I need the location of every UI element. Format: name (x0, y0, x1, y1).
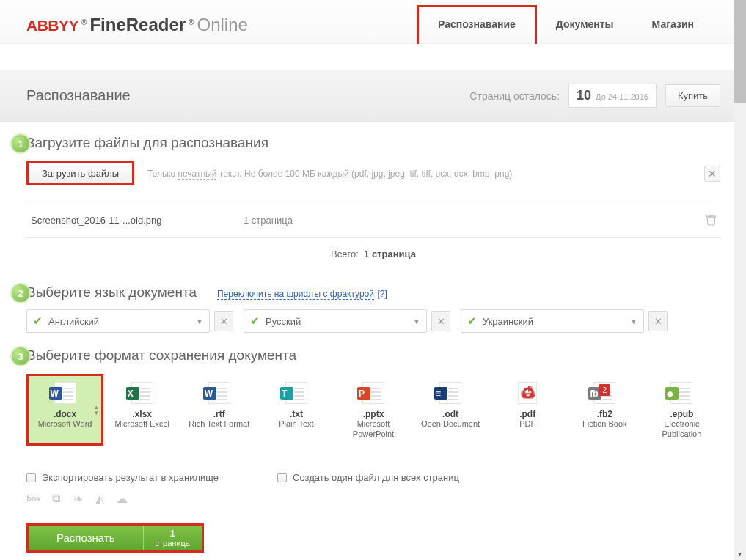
box-icon[interactable]: box (26, 492, 41, 506)
scrollbar-thumb[interactable] (734, 0, 746, 103)
format-ext: .xlsx (106, 409, 178, 419)
step2-section: 2 Выберите язык документа Переключить на… (26, 284, 720, 333)
pages-date: До 24.11.2016 (596, 92, 648, 101)
format-desc: Electronic Publication (646, 419, 717, 440)
format-desc: PDF (492, 419, 563, 430)
pages-left-label: Страниц осталось: (469, 90, 560, 102)
nav-recognize[interactable]: Распознавание (417, 5, 537, 44)
fraktur-link[interactable]: Переключить на шрифты с фрактурой (217, 289, 374, 300)
trash-icon[interactable] (706, 214, 716, 226)
format-rtf[interactable]: W.rtfRich Text Format (180, 374, 257, 446)
upload-button[interactable]: Загрузить файлы (26, 161, 134, 185)
format-docx[interactable]: W▴▾.docxMicrosoft Word (26, 374, 103, 446)
format-desc: Fiction Book (569, 419, 640, 430)
lang-remove-1[interactable]: ✕ (214, 311, 233, 331)
onedrive-icon[interactable]: ☁ (114, 492, 129, 506)
format-desc: Plain Text (260, 419, 332, 430)
format-icon-pdf (492, 381, 563, 405)
pages-box: 10 До 24.11.2016 (568, 84, 657, 108)
logo-product: FineReader (89, 15, 186, 35)
chevron-down-icon: ▼ (630, 317, 637, 325)
logo-reg: ® (81, 18, 87, 26)
check-icon: ✔ (33, 314, 43, 328)
clear-all-button[interactable]: ✕ (704, 166, 720, 182)
recognize-count: 1 страница (143, 526, 202, 550)
total-row: Всего: 1 страница (26, 238, 720, 270)
step2-badge: 2 (10, 283, 31, 303)
export-storage-option[interactable]: Экспортировать результат в хранилище (26, 472, 219, 483)
single-file-option[interactable]: Создать один файл для всех страниц (277, 472, 459, 483)
format-pdf[interactable]: .pdfPDF (489, 374, 566, 446)
step1-badge: 1 (10, 133, 31, 154)
format-pptx[interactable]: P.pptxMicrosoft PowerPoint (334, 374, 412, 446)
nav-shop[interactable]: Магазин (633, 5, 713, 44)
evernote-icon[interactable]: ❧ (70, 492, 85, 506)
lang-remove-3[interactable]: ✕ (648, 311, 668, 331)
format-desc: Open Document (415, 419, 486, 430)
nav: Распознавание Документы Магазин (417, 5, 713, 44)
pages-left: Страниц осталось: 10 До 24.11.2016 Купит… (469, 84, 720, 108)
format-txt[interactable]: T.txtPlain Text (257, 374, 334, 446)
format-icon-pptx: P (337, 381, 409, 405)
lang-select-1[interactable]: ✔ Английский ▼ (26, 309, 210, 333)
logo-brand: ABBYY (26, 17, 78, 34)
format-ext: .pptx (337, 409, 409, 419)
header: ABBYY ® FineReader ® Online Распознавани… (0, 0, 734, 44)
format-icon-txt: T (260, 381, 332, 405)
upload-hint: Только печатный текст. Не более 100 МБ к… (147, 169, 512, 179)
sort-arrows-icon: ▴▾ (95, 404, 98, 416)
format-desc: Microsoft Word (29, 419, 100, 430)
lang-select-2[interactable]: ✔ Русский ▼ (244, 309, 427, 333)
buy-button[interactable]: Купить (665, 84, 720, 107)
scrollbar[interactable]: ▾ (734, 0, 746, 560)
nav-documents[interactable]: Документы (537, 5, 633, 44)
check-icon: ✔ (467, 314, 477, 328)
format-icon-odt: ≡ (415, 381, 486, 405)
format-icon-xlsx: X (106, 381, 178, 405)
format-icon-fb2: fb2 (569, 381, 640, 405)
title-bar: Распознавание Страниц осталось: 10 До 24… (0, 70, 734, 122)
page-title: Распознавание (26, 87, 131, 104)
format-xlsx[interactable]: X.xlsxMicrosoft Excel (103, 374, 180, 446)
check-icon: ✔ (250, 314, 260, 328)
format-icon-rtf: W (183, 381, 255, 405)
logo-suffix: Online (197, 15, 247, 35)
step3-section: 3 Выберите формат сохранения документа W… (26, 347, 720, 553)
format-ext: .docx (29, 409, 100, 419)
format-ext: .epub (646, 409, 717, 419)
lang-select-3[interactable]: ✔ Украинский ▼ (461, 309, 644, 333)
pages-count: 10 (577, 88, 591, 103)
fraktur-help[interactable]: [?] (377, 289, 387, 299)
format-icon-docx: W▴▾ (29, 381, 100, 405)
format-odt[interactable]: ≡.odtOpen Document (412, 374, 489, 446)
file-pages: 1 страница (244, 215, 706, 226)
step3-title: Выберите формат сохранения документа (26, 347, 720, 364)
scrollbar-down-icon[interactable]: ▾ (734, 548, 746, 560)
single-file-checkbox[interactable] (277, 473, 287, 482)
lang-remove-2[interactable]: ✕ (431, 311, 450, 331)
format-ext: .odt (415, 409, 486, 419)
logo-reg2: ® (189, 18, 194, 26)
step2-title: Выберите язык документа (26, 284, 197, 301)
file-name: Screenshot_2016-11-...oid.png (31, 215, 244, 226)
format-desc: Microsoft PowerPoint (337, 419, 409, 440)
dropbox-icon[interactable]: ⧉ (48, 492, 63, 506)
format-desc: Microsoft Excel (106, 419, 178, 430)
format-ext: .pdf (492, 409, 563, 419)
format-ext: .txt (260, 409, 332, 419)
recognize-button[interactable]: Распознать 1 страница (26, 523, 204, 553)
format-fb2[interactable]: fb2.fb2Fiction Book (566, 374, 643, 446)
logo[interactable]: ABBYY ® FineReader ® Online (26, 15, 248, 35)
recognize-label: Распознать (29, 526, 143, 550)
chevron-down-icon: ▼ (413, 317, 420, 325)
format-epub[interactable]: ◆.epubElectronic Publication (643, 374, 720, 446)
gdrive-icon[interactable]: ◭ (92, 492, 107, 506)
format-icon-epub: ◆ (646, 381, 717, 405)
export-storage-checkbox[interactable] (26, 473, 36, 482)
format-desc: Rich Text Format (183, 419, 255, 430)
step1-title: Загрузите файлы для распознавания (26, 135, 720, 151)
format-ext: .fb2 (569, 409, 640, 419)
chevron-down-icon: ▼ (196, 317, 203, 325)
formats-row: W▴▾.docxMicrosoft WordX.xlsxMicrosoft Ex… (26, 374, 720, 446)
file-row: Screenshot_2016-11-...oid.png 1 страница (26, 202, 720, 238)
